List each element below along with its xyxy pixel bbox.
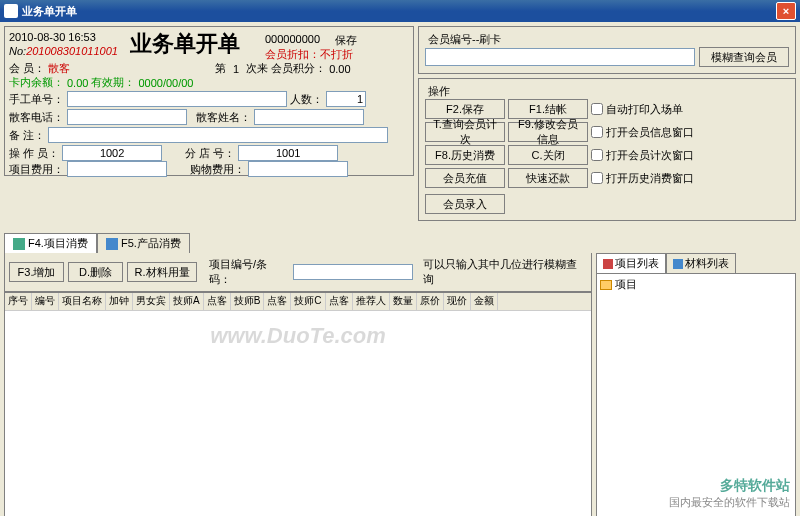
datetime-label: 2010-08-30 16:53 bbox=[9, 31, 96, 43]
add-button[interactable]: F3.增加 bbox=[9, 262, 64, 282]
recharge-button[interactable]: 会员充值 bbox=[425, 168, 505, 188]
delete-button[interactable]: D.删除 bbox=[68, 262, 123, 282]
operator-label: 操 作 员： bbox=[9, 146, 59, 161]
column-header[interactable]: 技师B bbox=[231, 293, 265, 310]
column-header[interactable]: 点客 bbox=[264, 293, 291, 310]
order-header-panel: 2010-08-30 16:53 No:201008301011001 业务单开… bbox=[4, 26, 414, 176]
column-header[interactable]: 技师C bbox=[291, 293, 325, 310]
code-hint: 可以只输入其中几位进行模糊查询 bbox=[423, 257, 587, 287]
branch-label: 分 店 号： bbox=[185, 146, 235, 161]
tab-material-list[interactable]: 材料列表 bbox=[666, 253, 736, 273]
save-status: 保存 bbox=[335, 33, 357, 48]
column-header[interactable]: 项目名称 bbox=[59, 293, 106, 310]
tree-icon bbox=[603, 259, 613, 269]
page-title: 业务单开单 bbox=[130, 29, 240, 59]
people-input[interactable] bbox=[326, 91, 366, 107]
tab-project-list[interactable]: 项目列表 bbox=[596, 253, 666, 273]
close-icon[interactable]: × bbox=[776, 2, 796, 20]
column-header[interactable]: 数量 bbox=[390, 293, 417, 310]
zeros-label: 000000000 bbox=[265, 33, 320, 45]
folder-icon bbox=[600, 280, 612, 290]
tree-icon bbox=[673, 259, 683, 269]
order-no: No:201008301011001 bbox=[9, 45, 118, 57]
app-icon bbox=[4, 4, 18, 18]
close-button[interactable]: C.关闭 bbox=[508, 145, 588, 165]
code-label: 项目编号/条码： bbox=[209, 257, 289, 287]
footer-watermark: 多特软件站 国内最安全的软件下载站 bbox=[669, 477, 790, 510]
member-card-input[interactable] bbox=[425, 48, 695, 66]
branch-input[interactable] bbox=[238, 145, 338, 161]
column-header[interactable]: 技师A bbox=[170, 293, 204, 310]
discount-info: 会员折扣：不打折 bbox=[265, 47, 353, 62]
cart-icon bbox=[106, 238, 118, 250]
items-table[interactable]: 序号编号项目名称加钟男女宾技师A点客技师B点客技师C点客推荐人数量原价现价金额 … bbox=[4, 292, 592, 516]
open-info-checkbox[interactable]: 打开会员信息窗口 bbox=[591, 122, 711, 142]
watermark: www.DuoTe.com bbox=[210, 323, 386, 349]
operations-panel: 操作 F2.保存 F1.结帐 自动打印入场单 T.查询会员计次 F9.修改会员信… bbox=[418, 78, 796, 221]
guest-name-label: 散客姓名： bbox=[196, 110, 251, 125]
column-header[interactable]: 金额 bbox=[471, 293, 498, 310]
manual-no-input[interactable] bbox=[67, 91, 287, 107]
guest-name-input[interactable] bbox=[254, 109, 364, 125]
shop-fee-input[interactable] bbox=[248, 161, 348, 177]
open-history-checkbox[interactable]: 打开历史消费窗口 bbox=[591, 168, 711, 188]
save-button[interactable]: F2.保存 bbox=[425, 99, 505, 119]
window-title: 业务单开单 bbox=[22, 4, 776, 19]
proj-fee-input[interactable] bbox=[67, 161, 167, 177]
list-icon bbox=[13, 238, 25, 250]
query-times-button[interactable]: T.查询会员计次 bbox=[425, 122, 505, 142]
refund-button[interactable]: 快速还款 bbox=[508, 168, 588, 188]
column-header[interactable]: 点客 bbox=[204, 293, 231, 310]
column-header[interactable]: 加钟 bbox=[106, 293, 133, 310]
column-header[interactable]: 原价 bbox=[417, 293, 444, 310]
member-card-panel: 会员编号--刷卡 模糊查询会员 bbox=[418, 26, 796, 74]
column-header[interactable]: 推荐人 bbox=[353, 293, 390, 310]
guest-phone-label: 散客电话： bbox=[9, 110, 64, 125]
column-header[interactable]: 编号 bbox=[32, 293, 59, 310]
column-header[interactable]: 男女宾 bbox=[133, 293, 170, 310]
tab-product-consume[interactable]: F5.产品消费 bbox=[97, 233, 190, 253]
shop-fee-label: 购物费用： bbox=[190, 162, 245, 177]
tab-project-consume[interactable]: F4.项目消费 bbox=[4, 233, 97, 253]
auto-print-checkbox[interactable]: 自动打印入场单 bbox=[591, 99, 711, 119]
history-button[interactable]: F8.历史消费 bbox=[425, 145, 505, 165]
balance-label: 卡内余额： bbox=[9, 75, 64, 90]
settle-button[interactable]: F1.结帐 bbox=[508, 99, 588, 119]
proj-fee-label: 项目费用： bbox=[9, 162, 64, 177]
member-label: 会 员： bbox=[9, 61, 45, 76]
member-entry-button[interactable]: 会员录入 bbox=[425, 194, 505, 214]
tree-root-item[interactable]: 项目 bbox=[600, 277, 792, 292]
column-header[interactable]: 序号 bbox=[5, 293, 32, 310]
open-times-checkbox[interactable]: 打开会员计次窗口 bbox=[591, 145, 711, 165]
guest-phone-input[interactable] bbox=[67, 109, 187, 125]
column-header[interactable]: 点客 bbox=[326, 293, 353, 310]
manual-no-label: 手工单号： bbox=[9, 92, 64, 107]
fuzzy-query-button[interactable]: 模糊查询会员 bbox=[699, 47, 789, 67]
remark-label: 备 注： bbox=[9, 128, 45, 143]
modify-member-button[interactable]: F9.修改会员信息 bbox=[508, 122, 588, 142]
column-header[interactable]: 现价 bbox=[444, 293, 471, 310]
remark-input[interactable] bbox=[48, 127, 388, 143]
title-bar: 业务单开单 × bbox=[0, 0, 800, 22]
member-value: 散客 bbox=[48, 61, 70, 76]
code-input[interactable] bbox=[293, 264, 413, 280]
operator-input[interactable] bbox=[62, 145, 162, 161]
material-button[interactable]: R.材料用量 bbox=[127, 262, 197, 282]
people-label: 人数： bbox=[290, 92, 323, 107]
